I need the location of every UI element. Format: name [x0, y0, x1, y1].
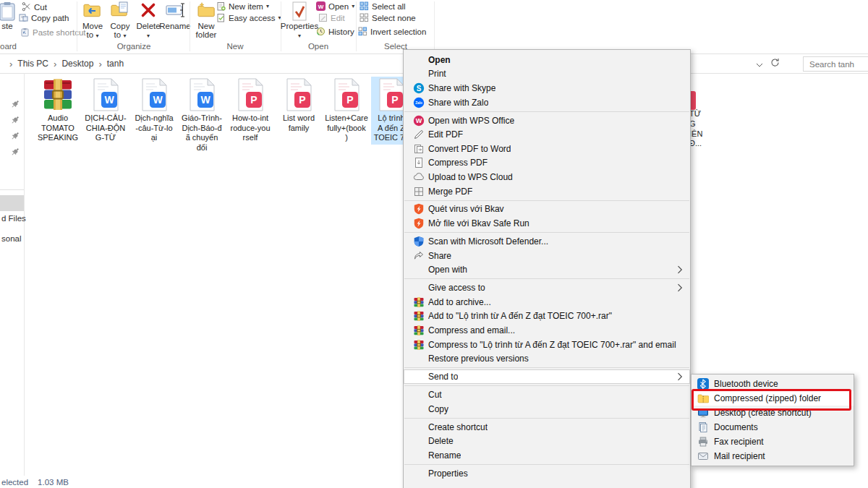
context-menu-item-delete[interactable]: Delete — [404, 434, 690, 448]
rename-icon — [165, 1, 185, 22]
sidebar-selected-item[interactable] — [0, 195, 24, 211]
file-item-list-word-family[interactable]: PList wordfamily — [276, 77, 322, 134]
context-menu-item-give-access-to[interactable]: Give access to — [404, 281, 690, 295]
blank-icon — [413, 371, 425, 382]
fax-icon — [697, 436, 709, 448]
rename-button[interactable]: Rename — [159, 1, 191, 30]
context-menu-item-qu-t-virus-v-i-bkav[interactable]: Quét virus với Bkav — [404, 202, 690, 217]
dropdown-caret-icon: ▾ — [147, 33, 150, 39]
clipboard-icon — [0, 1, 15, 22]
desktop-icon — [697, 407, 709, 419]
select-all-button[interactable]: Select all — [359, 1, 406, 11]
file-item-audio-tomato-speaking[interactable]: AudioTOMATOSPEAKING — [35, 77, 81, 145]
delete-icon — [140, 1, 157, 22]
file-item-d-ch-ngh-a-c-u-t-lo-i[interactable]: WDịch-nghĩa-câu-Từ-loại — [131, 77, 177, 145]
easy-access-label: Easy access — [229, 14, 276, 22]
file-label: DỊCH-CÂU-CHIA-ĐỘNG-TỪ — [82, 114, 129, 143]
refresh-icon[interactable] — [770, 57, 780, 70]
edit-button: Edit — [318, 13, 345, 22]
pin-icon[interactable] — [11, 130, 20, 139]
context-menu-item-merge-pdf[interactable]: Merge PDF — [404, 184, 690, 199]
context-menu-item-copy[interactable]: Copy — [404, 402, 690, 416]
context-menu-item-edit-pdf[interactable]: Edit PDF — [404, 127, 690, 142]
file-item-partial[interactable]: TỪGIÊNĐ... — [689, 109, 702, 149]
breadcrumb-this-pc[interactable]: This PC — [17, 59, 48, 69]
context-menu-item-rename[interactable]: Rename — [404, 448, 690, 463]
sidebar-item-personal[interactable]: sonal — [1, 234, 22, 243]
context-menu-item-convert-pdf-to-word[interactable]: Convert PDF to Word — [404, 142, 690, 156]
submenu-item-label: Compressed (zipped) folder — [714, 393, 821, 403]
send-to-item-mail-recipient[interactable]: Mail recipient — [692, 449, 854, 463]
file-item-gi-o-tr-nh-d-ch-b-o-chuy-n-i[interactable]: WGiáo-Trình-Dịch-Báo-đã chuyểnđổi — [179, 77, 225, 154]
sidebar-item-saved-files[interactable]: d Files — [1, 214, 26, 223]
new-folder-label: New folder — [191, 22, 221, 39]
send-to-item-fax-recipient[interactable]: Fax recipient — [692, 435, 854, 449]
menu-separator — [404, 278, 689, 279]
properties-button[interactable]: Properties ▾ — [282, 1, 317, 40]
menu-separator — [404, 367, 689, 368]
search-input[interactable] — [803, 56, 868, 72]
blank-icon — [413, 435, 425, 447]
cut-button[interactable]: Cut — [22, 2, 47, 12]
context-menu-item-add-to-archive[interactable]: Add to archive... — [404, 295, 690, 309]
delete-button[interactable]: Delete ▾ — [135, 1, 162, 40]
file-label: List wordfamily — [276, 114, 322, 133]
context-menu-item-open[interactable]: Open — [404, 53, 690, 67]
context-menu-item-properties[interactable]: Properties — [404, 466, 690, 481]
easy-access-button[interactable]: Easy access ▾ — [216, 13, 281, 22]
new-item-icon — [216, 1, 226, 11]
file-item-d-ch-c-u-chia-n-g-t[interactable]: WDỊCH-CÂU-CHIA-ĐỘNG-TỪ — [82, 77, 129, 145]
move-to-button[interactable]: Move to ▾ — [80, 1, 106, 40]
context-menu-item-add-to-l-tr-nh-t-a-n-z-t-toeic-700-rar[interactable]: Add to "Lộ trình từ A đến Z đạt TOEIC 70… — [404, 309, 690, 324]
mail-icon — [697, 450, 709, 462]
cut-label: Cut — [34, 3, 47, 12]
context-menu-item-compress-to-l-tr-nh-t-a-n-z-t-toeic-700-rar-[interactable]: Compress to "Lộ trình từ A đến Z đạt TOE… — [404, 338, 690, 352]
invert-selection-button[interactable]: Invert selection — [358, 27, 426, 36]
history-button[interactable]: History — [316, 27, 354, 36]
context-menu-item-print[interactable]: Print — [404, 67, 690, 82]
menu-item-label: Mở file với Bkav Safe Run — [428, 218, 529, 228]
paste-button[interactable]: ste — [0, 1, 20, 30]
context-menu-item-compress-and-email[interactable]: Compress and email... — [404, 323, 690, 338]
easy-access-icon — [216, 13, 226, 22]
file-item-listen-care-fully-book[interactable]: PListen+Carefully+(book) — [323, 77, 370, 145]
address-dropdown-icon[interactable] — [756, 57, 763, 70]
dropdown-caret-icon: ▾ — [123, 33, 126, 39]
send-to-item-compressed-zipped-folder[interactable]: Compressed (zipped) folder — [692, 391, 854, 406]
dropdown-caret-icon: ▾ — [298, 33, 301, 39]
context-menu-item-share[interactable]: Share — [404, 249, 690, 263]
breadcrumb-desktop[interactable]: Desktop — [61, 59, 93, 69]
word-file-icon: W — [88, 78, 123, 111]
paste-shortcut-button[interactable]: Paste shortcut — [20, 27, 86, 37]
context-menu-item-scan-with-microsoft-defender[interactable]: Scan with Microsoft Defender... — [404, 234, 690, 249]
context-menu-item-open-with[interactable]: Open with — [404, 262, 690, 277]
context-menu-item-compress-pdf[interactable]: Compress PDF — [404, 156, 690, 171]
properties-icon — [290, 1, 309, 22]
context-menu-item-restore-previous-versions[interactable]: Restore previous versions — [404, 351, 690, 366]
send-to-item-desktop-create-shortcut[interactable]: Desktop (create shortcut) — [692, 406, 854, 420]
new-item-button[interactable]: New item ▾ — [216, 1, 269, 11]
pin-icon[interactable] — [11, 114, 20, 123]
pin-icon[interactable] — [11, 98, 20, 107]
sidebar-separator — [0, 189, 24, 190]
context-menu-item-open-with-wps-office[interactable]: WOpen with WPS Office — [404, 114, 690, 128]
send-to-item-documents[interactable]: Documents — [692, 420, 854, 435]
context-menu-item-cut[interactable]: Cut — [404, 388, 690, 402]
context-menu-item-send-to[interactable]: Send to — [404, 369, 690, 384]
context-menu-item-m-file-v-i-bkav-safe-run[interactable]: Mở file với Bkav Safe Run — [404, 216, 690, 231]
context-menu-item-share-with-zalo[interactable]: ZaloShare with Zalo — [404, 95, 690, 110]
select-none-button[interactable]: Select none — [359, 13, 416, 22]
blank-icon — [413, 264, 425, 275]
context-menu-item-share-with-skype[interactable]: SShare with Skype — [404, 81, 690, 95]
copy-to-button[interactable]: Copy to ▾ — [107, 1, 133, 40]
copy-path-button[interactable]: Copy path — [19, 13, 69, 22]
open-button[interactable]: W Open ▾ — [316, 1, 354, 11]
context-menu-item-create-shortcut[interactable]: Create shortcut — [404, 420, 690, 435]
pin-icon[interactable] — [11, 146, 20, 155]
context-menu-item-upload-to-wps-cloud[interactable]: Upload to WPS Cloud — [404, 170, 690, 184]
file-label: Giáo-Trình-Dịch-Báo-đã chuyểnđổi — [179, 114, 225, 153]
send-to-item-bluetooth-device[interactable]: Bluetooth device — [692, 377, 854, 391]
copy-path-icon — [19, 13, 28, 22]
breadcrumb-tanh[interactable]: tanh — [107, 59, 124, 69]
file-item-how-to-int-roduce-you-rself[interactable]: PHow-to-introduce-yourself — [227, 77, 273, 145]
